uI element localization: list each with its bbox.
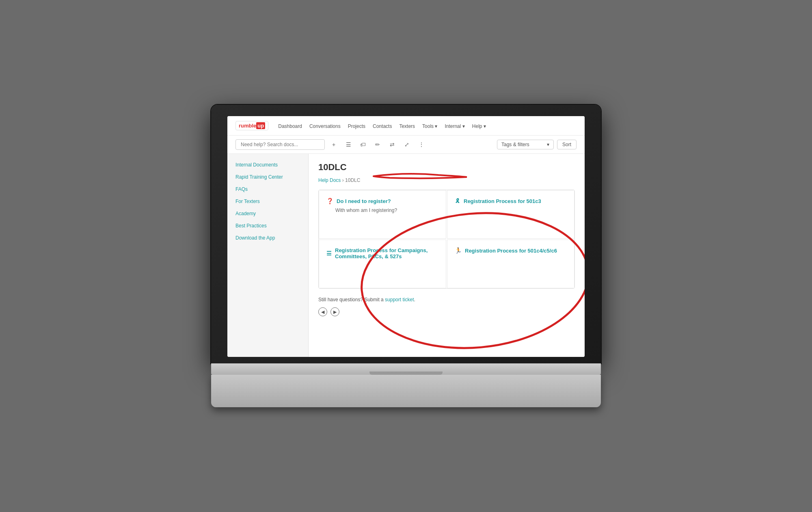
search-input[interactable]: [235, 139, 325, 150]
card-registration-501c3[interactable]: 🎗 Registration Process for 501c3: [447, 190, 574, 239]
support-text-after: .: [414, 297, 415, 302]
sidebar: Internal Documents Rapid Training Center…: [227, 154, 309, 357]
sidebar-item-academy[interactable]: Academy: [227, 207, 308, 220]
card-4-title-row: 🏃 Registration Process for 501c4/c5/c6: [455, 247, 567, 254]
screen-bezel: rumbleup Dashboard Conversations Project…: [211, 105, 601, 363]
tags-filter-button[interactable]: Tags & filters ▾: [497, 140, 554, 149]
sidebar-item-for-texters[interactable]: For Texters: [227, 195, 308, 207]
card-1-title: Do I need to register?: [337, 198, 391, 204]
breadcrumb-parent[interactable]: Help Docs: [318, 177, 341, 183]
laptop-keyboard: [211, 375, 601, 407]
share-icon[interactable]: ⇄: [387, 139, 398, 150]
logo-up: up: [256, 122, 265, 129]
tags-filter-chevron: ▾: [547, 142, 549, 147]
sort-button[interactable]: Sort: [557, 140, 577, 149]
main-nav: rumbleup Dashboard Conversations Project…: [227, 116, 585, 136]
breadcrumb: Help Docs › 10DLC: [318, 177, 575, 183]
toolbar: + ☰ 🏷 ✏ ⇄ ⤢ ⋮ Tags & filters ▾ Sort: [227, 136, 585, 154]
tag-icon[interactable]: 🏷: [357, 139, 369, 150]
tags-filter-label: Tags & filters: [501, 142, 529, 147]
logo: rumbleup: [235, 121, 268, 130]
main-content: 10DLC Help Docs › 10DLC ❓ Do I n: [309, 154, 585, 357]
nav-item-tools[interactable]: Tools ▾: [422, 122, 437, 130]
support-ticket-link[interactable]: support ticket: [385, 297, 414, 302]
pagination-arrows: ◀ ▶: [318, 307, 575, 316]
nav-item-contacts[interactable]: Contacts: [373, 122, 392, 130]
page-title: 10DLC: [318, 162, 575, 173]
nav-item-texters[interactable]: Texters: [399, 122, 415, 130]
app-body: Internal Documents Rapid Training Center…: [227, 154, 585, 357]
nav-item-help[interactable]: Help ▾: [472, 122, 486, 130]
sidebar-item-best-practices[interactable]: Best Practices: [227, 220, 308, 232]
card-registration-campaigns[interactable]: ☰ Registration Process for Campaigns, Co…: [319, 240, 446, 288]
question-icon: ❓: [326, 198, 333, 204]
logo-accent: rumble: [239, 123, 256, 129]
add-icon[interactable]: +: [328, 139, 339, 150]
nav-item-projects[interactable]: Projects: [348, 122, 365, 130]
sidebar-item-download-app[interactable]: Download the App: [227, 232, 308, 244]
card-4-title: Registration Process for 501c4/c5/c6: [465, 248, 557, 254]
nav-item-internal[interactable]: Internal ▾: [445, 122, 464, 130]
prev-arrow[interactable]: ◀: [318, 307, 327, 316]
card-1-title-row: ❓ Do I need to register?: [326, 198, 438, 204]
edit-icon[interactable]: ✏: [372, 139, 383, 150]
more-icon[interactable]: ⋮: [416, 139, 427, 150]
runner-icon: 🏃: [455, 247, 462, 254]
laptop-screen: rumbleup Dashboard Conversations Project…: [227, 116, 585, 357]
card-2-title: Registration Process for 501c3: [464, 198, 541, 204]
nav-links-list: Dashboard Conversations Projects Contact…: [278, 122, 486, 130]
screen-content: rumbleup Dashboard Conversations Project…: [227, 116, 585, 357]
nav-item-conversations[interactable]: Conversations: [309, 122, 341, 130]
sidebar-item-internal-documents[interactable]: Internal Documents: [227, 159, 308, 171]
card-1-description: With whom am I registering?: [335, 207, 438, 213]
sidebar-item-faqs[interactable]: FAQs: [227, 183, 308, 195]
list-icon[interactable]: ☰: [343, 139, 354, 150]
laptop-base: [211, 363, 601, 375]
cards-grid: ❓ Do I need to register? With whom am I …: [318, 190, 575, 289]
sidebar-item-rapid-training[interactable]: Rapid Training Center: [227, 171, 308, 183]
list-lines-icon: ☰: [326, 250, 332, 257]
card-registration-501c4[interactable]: 🏃 Registration Process for 501c4/c5/c6: [447, 240, 574, 288]
card-3-title: Registration Process for Campaigns, Comm…: [335, 247, 438, 259]
laptop-container: rumbleup Dashboard Conversations Project…: [211, 105, 601, 407]
expand-icon[interactable]: ⤢: [401, 139, 412, 150]
card-3-title-row: ☰ Registration Process for Campaigns, Co…: [326, 247, 438, 259]
support-section: Still have questions? Submit a support t…: [318, 297, 575, 302]
card-2-title-row: 🎗 Registration Process for 501c3: [455, 198, 567, 204]
support-text-before: Still have questions? Submit a: [318, 297, 385, 302]
nav-item-dashboard[interactable]: Dashboard: [278, 122, 302, 130]
breadcrumb-separator: ›: [342, 177, 345, 183]
card-do-i-need-register[interactable]: ❓ Do I need to register? With whom am I …: [319, 190, 446, 239]
next-arrow[interactable]: ▶: [330, 307, 339, 316]
ribbon-icon: 🎗: [455, 198, 460, 204]
breadcrumb-current: 10DLC: [345, 177, 360, 183]
